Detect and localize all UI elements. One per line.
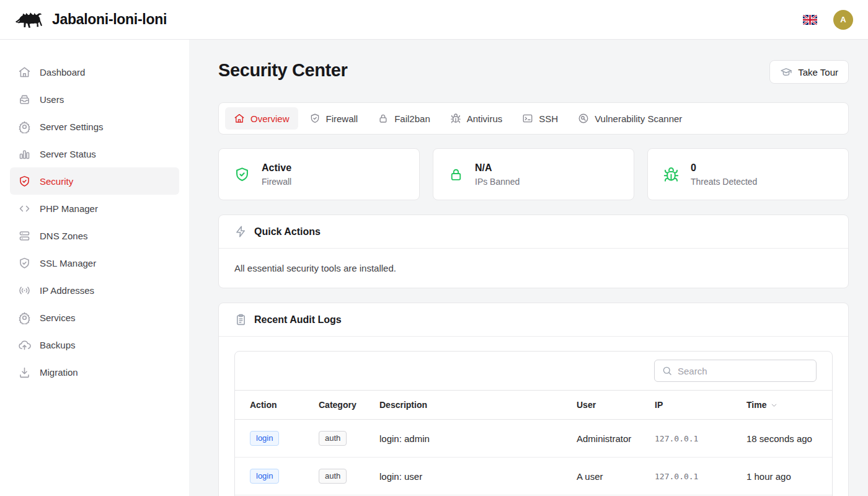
shield-check-icon <box>234 166 250 183</box>
table-header-row: Action Category Description User IP Time <box>235 391 832 420</box>
home-icon <box>234 113 245 124</box>
ip-cell: 127.0.0.1 <box>640 420 732 458</box>
column-header-action[interactable]: Action <box>235 391 304 420</box>
lock-icon <box>378 113 389 124</box>
sidebar: Dashboard Users Server Settings Server S… <box>0 40 189 496</box>
search-icon <box>662 365 673 376</box>
sidebar-item-services[interactable]: Services <box>10 304 179 331</box>
tab-firewall[interactable]: Firewall <box>301 107 367 130</box>
sidebar-item-label: Migration <box>40 367 78 378</box>
description-cell: login: user <box>365 458 562 495</box>
sidebar-item-label: Services <box>40 312 76 323</box>
status-card-firewall: Active Firewall <box>218 148 420 200</box>
sidebar-item-ssl-manager[interactable]: SSL Manager <box>10 249 179 277</box>
sidebar-item-label: Dashboard <box>40 67 85 78</box>
bar-chart-icon <box>17 147 31 161</box>
sidebar-item-label: Server Status <box>40 149 96 159</box>
sidebar-item-label: Server Settings <box>40 122 104 132</box>
tab-label: Vulnerability Scanner <box>595 113 682 124</box>
action-badge: login <box>250 469 279 484</box>
sidebar-item-server-status[interactable]: Server Status <box>10 140 179 167</box>
shield-check-icon <box>17 256 31 270</box>
ip-cell: 127.0.0.1 <box>640 458 732 495</box>
user-cell: Administrator <box>562 420 640 458</box>
status-cards: Active Firewall N/A IPs Banned 0 Threats… <box>218 148 849 200</box>
sidebar-item-label: Security <box>40 176 73 187</box>
top-header: Jabaloni-loni-loni A <box>0 0 868 40</box>
sidebar-item-label: DNS Zones <box>40 231 88 241</box>
tab-antivirus[interactable]: Antivirus <box>441 107 512 130</box>
server-stack-icon <box>17 229 31 242</box>
status-value: Active <box>262 162 291 174</box>
tab-fail2ban[interactable]: Fail2ban <box>369 107 439 130</box>
tab-vulnerability-scanner[interactable]: Vulnerability Scanner <box>569 107 691 130</box>
sidebar-item-label: Backups <box>40 340 76 350</box>
sidebar-item-label: Users <box>40 94 64 105</box>
quick-actions-card: Quick Actions All essential security too… <box>218 215 849 288</box>
lock-icon <box>448 167 464 182</box>
search-input[interactable] <box>678 366 809 376</box>
take-tour-label: Take Tour <box>798 67 838 78</box>
download-icon <box>17 365 31 379</box>
boar-logo-icon <box>15 9 43 30</box>
sidebar-item-server-settings[interactable]: Server Settings <box>10 113 179 140</box>
sidebar-item-migration[interactable]: Migration <box>10 358 179 386</box>
column-header-description[interactable]: Description <box>365 391 562 420</box>
bug-icon <box>450 113 461 124</box>
status-label: Threats Detected <box>691 177 757 187</box>
security-tabs: Overview Firewall Fail2ban Antivirus SSH… <box>218 102 849 135</box>
search-circle-icon <box>578 113 589 124</box>
description-cell: login: admin <box>365 420 562 458</box>
home-icon <box>17 65 31 79</box>
column-header-time[interactable]: Time <box>732 391 832 420</box>
clipboard-list-icon <box>234 313 247 326</box>
status-label: Firewall <box>262 177 291 187</box>
tab-overview[interactable]: Overview <box>225 107 298 130</box>
user-avatar[interactable]: A <box>833 10 853 30</box>
audit-logs-title: Recent Audit Logs <box>254 314 342 326</box>
tab-label: SSH <box>539 113 558 124</box>
sidebar-item-php-manager[interactable]: PHP Manager <box>10 195 179 222</box>
page-title: Security Center <box>218 60 347 81</box>
gear-icon <box>17 311 31 324</box>
quick-actions-message: All essential security tools are install… <box>234 263 396 273</box>
user-cell: A user <box>562 458 640 495</box>
code-icon <box>17 202 31 215</box>
shield-check-icon <box>17 174 31 188</box>
status-value: N/A <box>475 162 520 174</box>
status-label: IPs Banned <box>475 177 520 187</box>
tab-ssh[interactable]: SSH <box>513 107 567 130</box>
chevron-down-icon <box>770 401 778 409</box>
cloud-upload-icon <box>17 338 31 352</box>
sidebar-item-dns-zones[interactable]: DNS Zones <box>10 222 179 249</box>
category-badge: auth <box>319 431 347 446</box>
tab-label: Antivirus <box>467 113 503 124</box>
category-badge: auth <box>319 469 347 484</box>
bug-icon <box>663 166 680 183</box>
sidebar-item-ip-addresses[interactable]: IP Addresses <box>10 277 179 304</box>
tab-label: Fail2ban <box>394 113 430 124</box>
quick-actions-title: Quick Actions <box>254 226 321 237</box>
column-header-ip[interactable]: IP <box>640 391 732 420</box>
sidebar-item-label: PHP Manager <box>40 203 98 214</box>
language-uk-flag-icon[interactable] <box>803 15 817 25</box>
action-badge: login <box>250 431 279 446</box>
terminal-icon <box>522 113 533 124</box>
main-content: Security Center Take Tour Overview Firew… <box>189 40 868 496</box>
audit-search[interactable] <box>654 360 817 382</box>
lightning-icon <box>234 225 247 238</box>
audit-logs-card: Recent Audit Logs <box>218 303 849 496</box>
column-header-category[interactable]: Category <box>304 391 365 420</box>
drawer-icon <box>17 92 31 106</box>
gear-icon <box>17 120 31 133</box>
take-tour-button[interactable]: Take Tour <box>769 60 849 84</box>
sidebar-item-security[interactable]: Security <box>10 167 179 195</box>
column-header-user[interactable]: User <box>562 391 640 420</box>
brand-logo[interactable]: Jabaloni-loni-loni <box>15 9 167 30</box>
sidebar-item-users[interactable]: Users <box>10 86 179 113</box>
status-card-ips-banned: N/A IPs Banned <box>433 148 634 200</box>
sidebar-item-backups[interactable]: Backups <box>10 331 179 358</box>
sidebar-item-dashboard[interactable]: Dashboard <box>10 58 179 86</box>
table-row: login auth login: admin Administrator 12… <box>235 420 832 458</box>
graduation-cap-icon <box>780 66 792 78</box>
